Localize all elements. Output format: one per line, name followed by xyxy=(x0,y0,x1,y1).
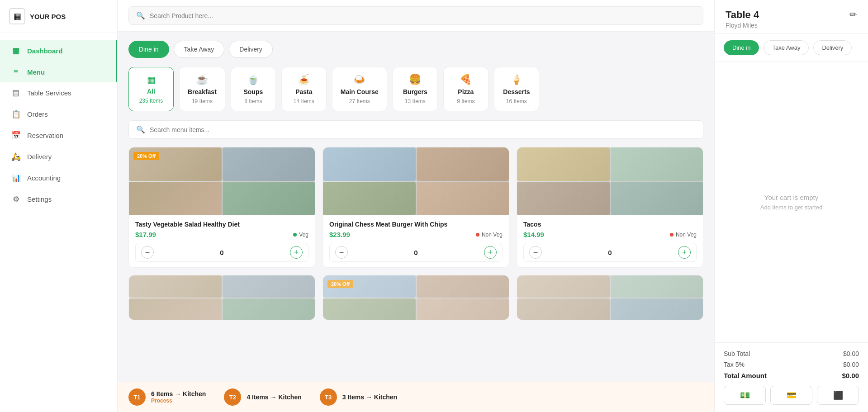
sidebar-label-delivery: Delivery xyxy=(27,153,52,161)
app-name: YOUR POS xyxy=(30,13,66,20)
table-order-text-t2: 4 Items → Kitchen xyxy=(247,393,301,401)
product-name-3: Tacos xyxy=(523,221,697,228)
category-all[interactable]: ▦ All 235 Items xyxy=(128,67,174,111)
content-area: Dine in Take Away Delivery ▦ All 235 Ite… xyxy=(118,32,714,382)
main-course-count: 27 Items xyxy=(349,98,370,104)
order-tab-take-away[interactable]: Take Away xyxy=(174,41,225,58)
order-tab-delivery[interactable]: Delivery xyxy=(229,41,273,58)
all-count: 235 Items xyxy=(139,98,163,104)
burgers-icon: 🍔 xyxy=(409,74,421,85)
table-order-t3[interactable]: T3 3 Items → Kitchen xyxy=(320,388,397,406)
main-course-label: Main Course xyxy=(341,88,379,95)
order-tab-dine-in[interactable]: Dine in xyxy=(128,41,169,58)
discount-badge-5: 20% Off xyxy=(327,280,353,288)
burgers-label: Burgers xyxy=(403,88,427,95)
qty-increase-1[interactable]: + xyxy=(290,246,303,259)
nonveg-dot-2 xyxy=(476,233,479,237)
table-badge-t2: T2 xyxy=(224,388,241,406)
table-order-t1[interactable]: T1 6 Items → Kitchen Process xyxy=(128,388,206,406)
cart-empty-state: Your cart is empty Add items to get star… xyxy=(715,62,868,342)
qty-control-1: − 0 + xyxy=(135,243,308,262)
product-info-2: Original Chess Meat Burger With Chips $2… xyxy=(323,215,509,267)
qty-value-2: 0 xyxy=(414,249,417,256)
category-pizza[interactable]: 🍕 Pizza 9 Items xyxy=(443,67,489,111)
qty-decrease-2[interactable]: − xyxy=(335,246,348,259)
product-search-input[interactable] xyxy=(150,12,696,19)
table-badge-t3: T3 xyxy=(320,388,337,406)
tax-label: Tax 5% xyxy=(724,361,745,368)
pasta-icon: 🍝 xyxy=(298,74,310,85)
accounting-icon: 📊 xyxy=(11,173,21,183)
qty-increase-2[interactable]: + xyxy=(484,246,497,259)
pizza-count: 9 Items xyxy=(457,98,474,104)
product-card-3: Tacos $14.99 Non Veg − 0 + xyxy=(517,147,703,268)
desserts-count: 16 Items xyxy=(506,98,527,104)
category-breakfast[interactable]: ☕ Breakfast 19 Items xyxy=(179,67,225,111)
sidebar-item-orders[interactable]: 📋 Orders xyxy=(0,104,117,125)
product-price-2: $23.99 xyxy=(329,231,350,238)
pay-qr-button[interactable]: ⬛ xyxy=(817,386,859,405)
category-pasta[interactable]: 🍝 Pasta 14 Items xyxy=(281,67,327,111)
burgers-count: 13 Items xyxy=(405,98,426,104)
dashboard-icon: ▦ xyxy=(11,46,21,56)
panel-tab-take-away[interactable]: Take Away xyxy=(764,40,809,55)
product-card-5: 20% Off xyxy=(323,275,509,320)
sidebar-item-menu[interactable]: ≡ Menu xyxy=(0,62,117,82)
menu-search-box[interactable]: 🔍 xyxy=(128,120,703,139)
category-soups[interactable]: 🍵 Soups 8 Items xyxy=(231,67,276,111)
sidebar-label-orders: Orders xyxy=(27,110,48,118)
panel-tab-delivery[interactable]: Delivery xyxy=(813,40,852,55)
soups-icon: 🍵 xyxy=(247,74,259,85)
sidebar-nav: ▦ Dashboard ≡ Menu ▤ Table Services 📋 Or… xyxy=(0,33,117,412)
product-image-2 xyxy=(323,147,509,215)
table-order-text-t1: 6 Items → Kitchen xyxy=(151,390,206,398)
reservation-icon: 📅 xyxy=(11,131,21,140)
sidebar-item-reservation[interactable]: 📅 Reservation xyxy=(0,125,117,146)
sidebar-label-menu: Menu xyxy=(27,68,45,76)
pay-card-button[interactable]: 💳 xyxy=(770,386,812,405)
pay-cash-button[interactable]: 💵 xyxy=(724,386,766,405)
product-search-box[interactable]: 🔍 xyxy=(128,6,703,25)
product-type-2: Non Veg xyxy=(476,232,503,238)
category-main-course[interactable]: 🍛 Main Course 27 Items xyxy=(332,67,387,111)
tax-row: Tax 5% $0.00 xyxy=(724,361,859,368)
sidebar-item-accounting[interactable]: 📊 Accounting xyxy=(0,167,117,189)
table-order-text-t3: 3 Items → Kitchen xyxy=(342,393,397,401)
category-burgers[interactable]: 🍔 Burgers 13 Items xyxy=(393,67,438,111)
product-price-1: $17.99 xyxy=(135,231,156,238)
sidebar-item-settings[interactable]: ⚙ Settings xyxy=(0,189,117,210)
product-card-4 xyxy=(128,275,315,320)
qty-increase-3[interactable]: + xyxy=(678,246,691,259)
qty-value-3: 0 xyxy=(608,249,612,256)
sidebar-label-table-services: Table Services xyxy=(27,89,71,97)
qty-control-2: − 0 + xyxy=(329,243,503,262)
qty-value-1: 0 xyxy=(220,249,223,256)
discount-badge-1: 20% Off xyxy=(133,152,159,160)
product-type-3: Non Veg xyxy=(670,232,697,238)
product-price-3: $14.99 xyxy=(523,231,544,238)
nonveg-dot-3 xyxy=(670,233,674,237)
product-name-1: Tasty Vegetable Salad Healthy Diet xyxy=(135,221,308,228)
sidebar-item-table-services[interactable]: ▤ Table Services xyxy=(0,82,117,104)
search-icon: 🔍 xyxy=(136,11,145,20)
soups-count: 8 Items xyxy=(244,98,262,104)
menu-search-input[interactable] xyxy=(150,126,696,133)
table-order-t2[interactable]: T2 4 Items → Kitchen xyxy=(224,388,301,406)
sidebar-item-dashboard[interactable]: ▦ Dashboard xyxy=(0,40,117,62)
bottom-bar: T1 6 Items → Kitchen Process T2 4 Items … xyxy=(118,382,714,412)
product-image-4 xyxy=(129,275,315,320)
edit-table-button[interactable]: ✏ xyxy=(849,9,857,20)
qty-control-3: − 0 + xyxy=(523,243,697,262)
category-tabs: ▦ All 235 Items ☕ Breakfast 19 Items 🍵 S… xyxy=(128,67,703,111)
sidebar-label-reservation: Reservation xyxy=(27,132,63,139)
total-row: Total Amount $0.00 xyxy=(724,372,859,379)
category-desserts[interactable]: 🍦 Desserts 16 Items xyxy=(494,67,539,111)
product-info-1: Tasty Vegetable Salad Healthy Diet $17.9… xyxy=(129,215,315,267)
menu-icon: ≡ xyxy=(11,67,21,76)
sidebar-item-delivery[interactable]: 🛵 Delivery xyxy=(0,146,117,167)
product-image-1: 20% Off xyxy=(129,147,315,215)
qty-decrease-3[interactable]: − xyxy=(529,246,542,259)
panel-tab-dine-in[interactable]: Dine in xyxy=(724,40,759,55)
pizza-icon: 🍕 xyxy=(460,74,472,85)
qty-decrease-1[interactable]: − xyxy=(141,246,154,259)
